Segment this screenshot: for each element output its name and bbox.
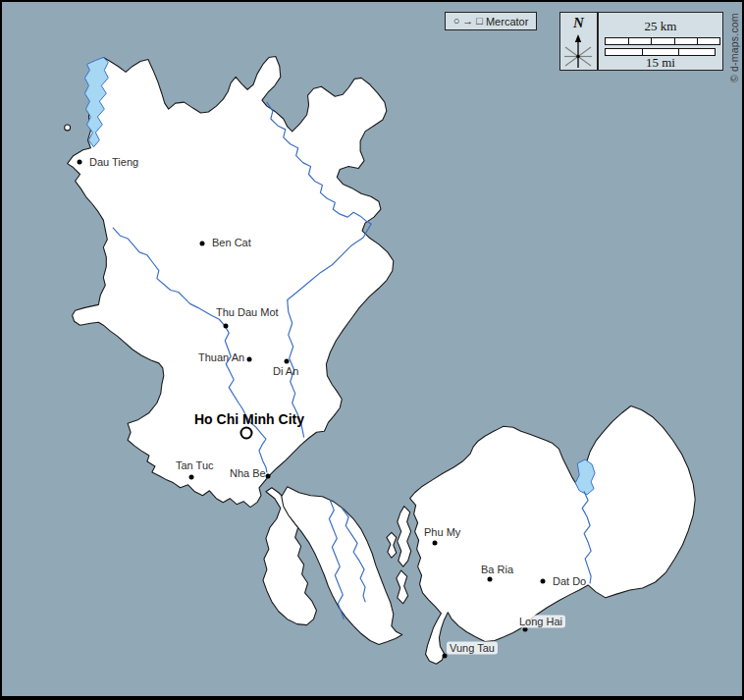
projection-label: Mercator [486,16,528,27]
scale-bar: 25 km 15 mi [598,12,723,71]
city-label: Nha Be [230,467,266,480]
city-label: Ho Chi Minh City [194,413,304,426]
city-label: Ben Cat [212,237,251,249]
scale-tick [697,38,698,44]
city-marker-dot [285,359,290,364]
city-marker-dot [224,324,229,329]
city-label: Ba Ria [481,564,513,576]
scale-km-bar [605,37,720,45]
city-label: Di An [273,365,298,378]
scale-tick [678,49,679,55]
scale-tick [642,49,643,55]
city-label: Phu My [424,526,460,539]
compass-box: N [559,12,598,71]
city-marker-ring [240,427,253,440]
compass-star-icon [560,32,597,70]
city-layer: Dau TiengBen CatThu Dau MotThuan AnDi An… [2,2,742,696]
city-label: Tan Tuc [176,459,214,472]
scale-km-label: 25 km [599,20,722,32]
city-marker-dot [200,242,205,246]
scale-tick [628,38,629,44]
city-marker-dot [433,541,438,546]
arrow-icon: → [462,16,473,27]
city-marker-dot [78,160,82,165]
scale-mi-label: 15 mi [599,56,722,69]
projection-badge: ○ → □ Mercator [445,12,537,30]
city-label: Vung Tau [447,642,498,655]
city-marker-dot [488,577,493,582]
square-icon: □ [476,16,483,27]
city-marker-dot [541,579,546,584]
city-label: Thuan An [198,351,244,364]
city-label: Dat Do [553,575,586,588]
city-label: Thu Dau Mot [216,306,279,319]
map-canvas: Dau TiengBen CatThu Dau MotThuan AnDi An… [0,0,744,700]
scale-tick [651,38,652,44]
city-marker-dot [443,654,448,659]
city-label: Long Hai [516,616,565,628]
city-marker-dot [266,474,271,479]
city-marker-dot [189,475,194,480]
city-label: Dau Tieng [89,156,138,169]
copyright-text: © d-maps.com [728,13,740,82]
scale-tick [674,38,675,44]
city-marker-dot [247,357,252,362]
circle-icon: ○ [453,16,460,27]
compass-north-label: N [560,13,597,32]
